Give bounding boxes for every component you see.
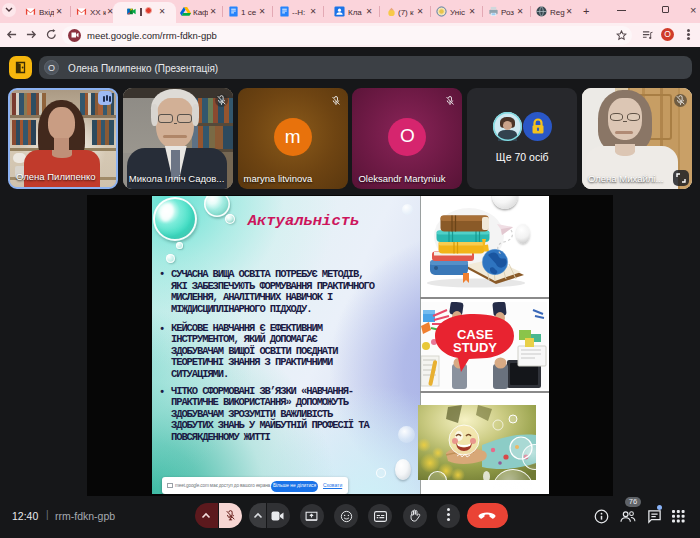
- svg-text:STUDY: STUDY: [453, 340, 497, 355]
